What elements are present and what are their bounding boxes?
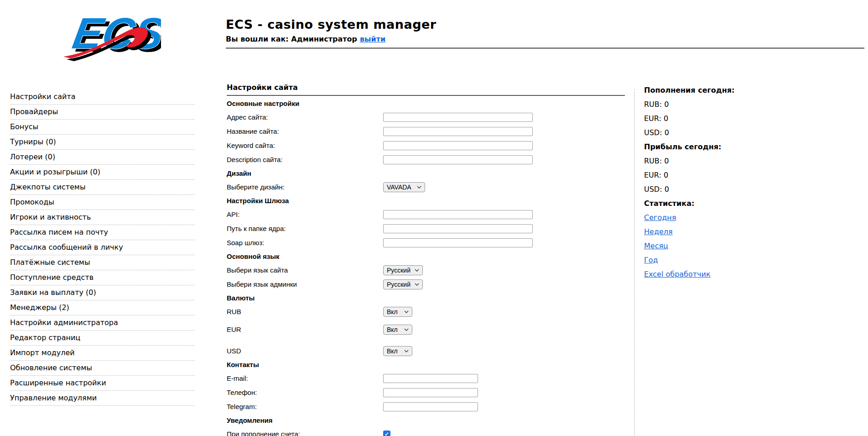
design-label: Выберите дизайн:: [227, 183, 383, 191]
usd-select[interactable]: Вкл: [383, 346, 412, 356]
eur-select-value: Вкл: [387, 326, 398, 333]
checkmark-icon: ✓: [385, 431, 389, 436]
section-heading-basic: Основные настройки: [227, 97, 625, 110]
usd-select-value: Вкл: [387, 347, 398, 355]
profit-today-title: Прибыль сегодня:: [644, 140, 795, 154]
soap-field: Soap шлюз:: [227, 236, 625, 250]
section-heading-language: Основной язык: [227, 250, 625, 263]
deposits-rub: RUB0: [644, 97, 795, 111]
deposits-today-title: Пополнения сегодня:: [644, 83, 795, 97]
currency-code: EUR: [644, 171, 664, 179]
logout-link[interactable]: выйти: [360, 35, 385, 43]
stats-link-excel-handler[interactable]: Excel обработчик: [644, 270, 711, 278]
chevron-down-icon: [417, 186, 421, 189]
sidebar-item-tournaments[interactable]: Турниры (0): [10, 135, 195, 150]
phone-label: Телефон:: [227, 389, 383, 396]
deposit-notify-checkbox[interactable]: ✓: [383, 431, 390, 436]
sidebar-item-players-activity[interactable]: Игроки и активность: [10, 210, 195, 225]
core-path-label: Путь к папке ядра:: [227, 225, 383, 232]
section-heading-currencies: Валюты: [227, 291, 625, 305]
stats-link-year[interactable]: Год: [644, 256, 658, 264]
deposits-usd: USD0: [644, 126, 795, 140]
currency-code: EUR: [644, 114, 664, 123]
header: ECS - casino system manager Вы вошли как…: [226, 17, 864, 49]
stats-link-week[interactable]: Неделя: [644, 227, 673, 236]
section-heading-design: Дизайн: [227, 167, 625, 180]
page-title: ECS - casino system manager: [226, 17, 864, 32]
phone-input[interactable]: [383, 388, 478, 397]
sidebar-menu: Настройки сайта Провайдеры Бонусы Турнир…: [10, 89, 195, 406]
sidebar-item-payout-requests[interactable]: Заявки на выплату (0): [10, 285, 195, 300]
sidebar-item-system-update[interactable]: Обновление системы: [10, 361, 195, 376]
rub-select[interactable]: Вкл: [383, 307, 412, 317]
page: ECS ECS ECS - casino system manager Вы в…: [0, 0, 868, 436]
design-select[interactable]: VAVADA: [383, 182, 425, 192]
rub-select-value: Вкл: [387, 308, 398, 315]
main-title-divider: [227, 95, 625, 96]
sidebar-item-incoming-funds[interactable]: Поступление средств: [10, 270, 195, 285]
site-settings-form: Настройки сайта Основные настройки Адрес…: [227, 83, 625, 436]
login-status: Вы вошли как: Администратор: [226, 35, 357, 43]
design-field: Выберите дизайн: VAVADA: [227, 180, 625, 194]
design-select-value: VAVADA: [387, 184, 411, 191]
section-heading-contacts: Контакты: [227, 358, 625, 371]
sidebar-item-module-import[interactable]: Импорт модулей: [10, 346, 195, 361]
admin-lang-select-value: Русский: [387, 281, 411, 288]
sidebar-item-promotions[interactable]: Акции и розыгрыши (0): [10, 165, 195, 180]
telegram-input[interactable]: [383, 402, 478, 411]
site-description-label: Description сайта:: [227, 156, 383, 163]
rub-field: RUB Вкл: [227, 305, 625, 319]
content-divider: [634, 89, 635, 436]
sidebar-item-lotteries[interactable]: Лотереи (0): [10, 150, 195, 165]
telegram-field: Telegram:: [227, 399, 625, 414]
core-path-input[interactable]: [383, 224, 533, 233]
currency-code: USD: [644, 128, 665, 137]
currency-code: RUB: [644, 157, 664, 165]
sidebar-item-page-editor[interactable]: Редактор страниц: [10, 331, 195, 346]
currency-value: 0: [665, 185, 669, 194]
admin-lang-select[interactable]: Русский: [383, 279, 423, 289]
section-heading-gateway: Настройки Шлюза: [227, 194, 625, 207]
sidebar-item-module-management[interactable]: Управление модулями: [10, 391, 195, 406]
sidebar-item-jackpots[interactable]: Джекпоты системы: [10, 180, 195, 195]
site-lang-field: Выбери язык сайта Русский: [227, 263, 625, 277]
email-label: E-mail:: [227, 374, 383, 382]
site-lang-select[interactable]: Русский: [383, 265, 423, 275]
site-lang-select-value: Русский: [387, 267, 411, 274]
sidebar-item-email-mailing[interactable]: Рассылка писем на почту: [10, 225, 195, 240]
site-address-label: Адрес сайта:: [227, 113, 383, 121]
rub-label: RUB: [227, 308, 383, 315]
sidebar-item-site-settings[interactable]: Настройки сайта: [10, 89, 195, 105]
sidebar-item-pm-mailing[interactable]: Рассылка сообщений в личку: [10, 240, 195, 255]
site-keyword-input[interactable]: [383, 141, 533, 150]
soap-input[interactable]: [383, 238, 533, 247]
sidebar-item-payment-systems[interactable]: Платёжные системы: [10, 255, 195, 270]
sidebar-item-promocodes[interactable]: Промокоды: [10, 195, 195, 210]
site-address-field: Адрес сайта:: [227, 110, 625, 124]
email-input[interactable]: [383, 374, 478, 383]
currency-code: USD: [644, 185, 665, 194]
sidebar-item-bonuses[interactable]: Бонусы: [10, 120, 195, 135]
api-input[interactable]: [383, 210, 533, 219]
sidebar-item-managers[interactable]: Менеджеры (2): [10, 300, 195, 315]
chevron-down-icon: [404, 310, 409, 313]
eur-select[interactable]: Вкл: [383, 325, 412, 335]
api-label: API:: [227, 210, 383, 218]
sidebar-item-advanced-settings[interactable]: Расширенные настройки: [10, 376, 195, 391]
sidebar-item-admin-settings[interactable]: Настройки администратора: [10, 315, 195, 331]
stats-link-month[interactable]: Месяц: [644, 242, 668, 250]
currency-value: 0: [665, 128, 669, 137]
usd-field: USD Вкл: [227, 344, 625, 358]
phone-field: Телефон:: [227, 385, 625, 399]
site-address-input[interactable]: [383, 113, 533, 122]
profit-usd: USD0: [644, 182, 795, 196]
site-keyword-label: Keyword сайта:: [227, 142, 383, 149]
currency-value: 0: [664, 100, 669, 109]
sidebar-item-providers[interactable]: Провайдеры: [10, 105, 195, 120]
deposit-notify-field: При пополнение счета: ✓: [227, 427, 625, 436]
site-name-input[interactable]: [383, 127, 533, 136]
stats-link-today[interactable]: Сегодня: [644, 213, 676, 222]
api-field: API:: [227, 207, 625, 221]
stats-panel: Пополнения сегодня: RUB0 EUR0 USD0 Прибы…: [644, 83, 795, 281]
site-description-input[interactable]: [383, 155, 533, 164]
